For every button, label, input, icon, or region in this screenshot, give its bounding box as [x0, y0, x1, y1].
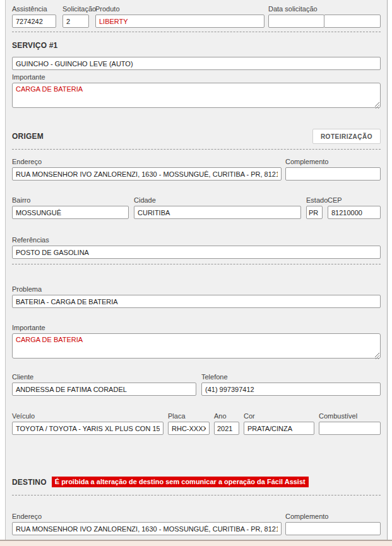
origem-complemento-label: Complemento [285, 158, 381, 166]
origem-bairro-row: Bairro Cidade Estado CEP [12, 196, 381, 219]
separator [12, 32, 381, 32]
ano-field: Ano [214, 412, 239, 435]
origem-importante-textarea[interactable]: CARGA DE BATERIA [12, 333, 381, 359]
origem-header-row: ORIGEM ROTEIRIZAÇÃO [12, 129, 381, 144]
servico-input-wrap [12, 57, 381, 70]
placa-field: Placa [168, 412, 210, 435]
problema-input[interactable] [12, 295, 381, 308]
cliente-input[interactable] [12, 383, 196, 396]
cep-input[interactable] [328, 206, 381, 219]
servico-importante-label: Importante [12, 73, 381, 81]
assistencia-input[interactable] [12, 15, 56, 28]
origem-importante-field: Importante CARGA DE BATERIA [12, 324, 381, 361]
separator [12, 495, 381, 496]
telefone-label: Telefone [201, 373, 381, 381]
cliente-label: Cliente [12, 373, 196, 381]
data-solicitacao-time-input[interactable] [324, 15, 381, 28]
cep-field: CEP [328, 196, 381, 219]
telefone-input[interactable] [201, 383, 381, 396]
origem-endereco-row: Endereço Complemento [12, 158, 381, 181]
problema-field: Problema [12, 285, 381, 308]
bairro-input[interactable] [12, 206, 129, 219]
footer-bar [0, 540, 392, 546]
data-solicitacao-field: Data solicitação [268, 5, 381, 28]
cidade-label: Cidade [134, 196, 301, 205]
assistencia-label: Assistência [12, 5, 56, 13]
combustivel-label: Combustível [319, 412, 381, 420]
cor-input[interactable] [244, 422, 314, 435]
veiculo-field: Veículo [12, 412, 163, 435]
produto-input[interactable] [95, 15, 264, 28]
estado-label: Estado [306, 196, 323, 205]
service-form-panel: Assistência Solicitação Produto Data sol… [5, 0, 388, 546]
placa-label: Placa [168, 412, 210, 420]
problema-label: Problema [12, 285, 381, 294]
veiculo-row: Veículo Placa Ano Cor Combustível [12, 412, 381, 435]
cor-field: Cor [244, 412, 314, 435]
header-row: Assistência Solicitação Produto Data sol… [12, 5, 381, 28]
destino-section-title: DESTINO [12, 478, 47, 487]
destino-complemento-label: Complemento [285, 513, 381, 521]
produto-field: Produto [95, 5, 264, 28]
origem-section-title: ORIGEM [12, 132, 44, 141]
origem-endereco-input[interactable] [12, 167, 282, 181]
origem-endereco-field: Endereço [12, 158, 282, 181]
referencias-field: Referências [12, 236, 381, 259]
cliente-row: Cliente Telefone [12, 373, 381, 396]
referencias-input[interactable] [12, 246, 381, 259]
estado-field: Estado [306, 196, 323, 219]
servico-importante-textarea[interactable]: CARGA DE BATERIA [12, 83, 381, 108]
ano-input[interactable] [214, 422, 239, 435]
placa-input[interactable] [168, 422, 210, 435]
cidade-field: Cidade [134, 196, 301, 219]
destino-header-row: DESTINO É proibida a alteração de destin… [12, 477, 381, 487]
destino-endereco-label: Endereço [12, 513, 282, 521]
solicitacao-input[interactable] [62, 15, 89, 28]
servico-section-title: SERVIÇO #1 [12, 41, 381, 50]
destino-endereco-row: Endereço Complemento [12, 513, 381, 535]
cep-label: CEP [328, 196, 381, 205]
bairro-label: Bairro [12, 196, 129, 205]
origem-complemento-field: Complemento [285, 158, 381, 181]
combustivel-field: Combustível [319, 412, 381, 435]
assistencia-field: Assistência [12, 5, 56, 28]
solicitacao-field: Solicitação [62, 5, 89, 28]
produto-label: Produto [95, 5, 264, 13]
telefone-field: Telefone [201, 373, 381, 396]
ano-label: Ano [214, 412, 239, 420]
origem-importante-label: Importante [12, 324, 381, 332]
origem-endereco-label: Endereço [12, 158, 282, 166]
servico-input[interactable] [12, 57, 381, 70]
solicitacao-label: Solicitação [62, 5, 89, 13]
destino-warning-badge: É proibida a alteração de destino sem co… [52, 477, 309, 487]
bairro-field: Bairro [12, 196, 129, 219]
separator [12, 264, 381, 264]
veiculo-input[interactable] [12, 422, 163, 435]
veiculo-label: Veículo [12, 412, 163, 420]
data-solicitacao-date-input[interactable] [268, 15, 324, 28]
cliente-field: Cliente [12, 373, 196, 396]
servico-importante-field: Importante CARGA DE BATERIA [12, 73, 381, 110]
cidade-input[interactable] [134, 206, 301, 219]
separator [12, 149, 381, 150]
origem-complemento-input[interactable] [285, 167, 381, 181]
destino-endereco-field: Endereço [12, 513, 282, 535]
data-solicitacao-label: Data solicitação [268, 5, 381, 13]
combustivel-input[interactable] [319, 422, 381, 435]
destino-complemento-field: Complemento [285, 513, 381, 535]
destino-complemento-input[interactable] [285, 522, 381, 535]
estado-input[interactable] [306, 206, 323, 219]
roteirizacao-button[interactable]: ROTEIRIZAÇÃO [312, 129, 381, 144]
referencias-label: Referências [12, 236, 381, 244]
cor-label: Cor [244, 412, 314, 420]
destino-endereco-input[interactable] [12, 522, 282, 535]
